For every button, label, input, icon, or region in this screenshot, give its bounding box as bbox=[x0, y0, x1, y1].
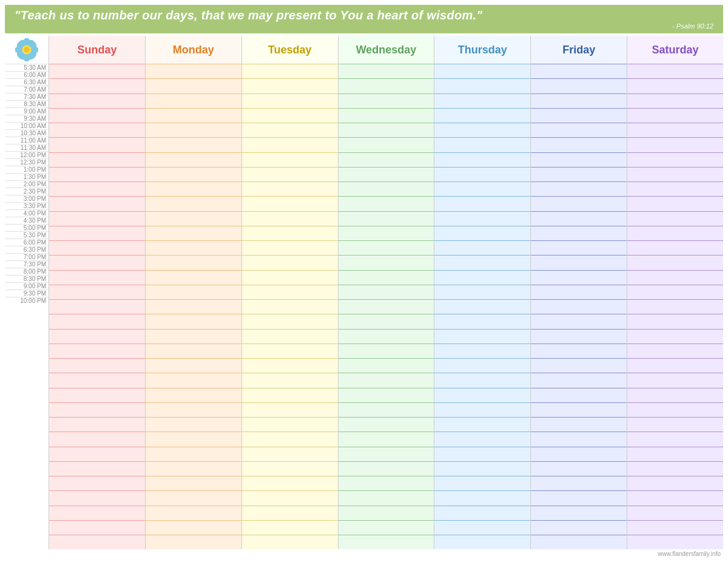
day-cell[interactable] bbox=[627, 152, 723, 167]
day-cell[interactable] bbox=[242, 270, 338, 285]
day-cell[interactable] bbox=[339, 520, 434, 535]
day-cell[interactable] bbox=[146, 64, 241, 78]
day-cell[interactable] bbox=[531, 255, 627, 269]
day-cell[interactable] bbox=[531, 344, 627, 358]
day-cell[interactable] bbox=[339, 373, 434, 387]
day-cell[interactable] bbox=[339, 344, 434, 358]
day-cell[interactable] bbox=[434, 270, 530, 285]
day-cell[interactable] bbox=[242, 506, 338, 520]
day-cell[interactable] bbox=[339, 270, 434, 285]
day-cell[interactable] bbox=[242, 329, 338, 344]
day-cell[interactable] bbox=[49, 270, 145, 285]
day-cell[interactable] bbox=[339, 137, 434, 152]
day-cell[interactable] bbox=[627, 447, 723, 461]
day-cell[interactable] bbox=[627, 373, 723, 387]
day-cell[interactable] bbox=[49, 314, 145, 328]
day-cell[interactable] bbox=[49, 226, 145, 240]
day-cell[interactable] bbox=[49, 344, 145, 358]
day-col-tuesday[interactable] bbox=[241, 64, 338, 549]
day-cell[interactable] bbox=[49, 181, 145, 196]
day-cell[interactable] bbox=[146, 358, 241, 373]
day-cell[interactable] bbox=[627, 108, 723, 123]
day-cell[interactable] bbox=[242, 240, 338, 255]
day-cell[interactable] bbox=[146, 344, 241, 358]
day-cell[interactable] bbox=[627, 388, 723, 402]
day-cell[interactable] bbox=[627, 329, 723, 344]
day-cell[interactable] bbox=[339, 64, 434, 78]
day-cell[interactable] bbox=[146, 417, 241, 432]
day-cell[interactable] bbox=[339, 388, 434, 402]
day-cell[interactable] bbox=[49, 476, 145, 490]
day-cell[interactable] bbox=[339, 167, 434, 181]
day-cell[interactable] bbox=[49, 461, 145, 476]
day-cell[interactable] bbox=[627, 461, 723, 476]
day-cell[interactable] bbox=[339, 299, 434, 314]
day-cell[interactable] bbox=[434, 520, 530, 535]
day-cell[interactable] bbox=[627, 167, 723, 181]
day-cell[interactable] bbox=[627, 417, 723, 432]
day-cell[interactable] bbox=[531, 358, 627, 373]
day-cell[interactable] bbox=[434, 344, 530, 358]
day-cell[interactable] bbox=[627, 211, 723, 226]
day-col-friday[interactable] bbox=[530, 64, 627, 549]
day-cell[interactable] bbox=[531, 152, 627, 167]
day-cell[interactable] bbox=[627, 181, 723, 196]
day-cell[interactable] bbox=[627, 535, 723, 549]
day-cell[interactable] bbox=[339, 329, 434, 344]
day-cell[interactable] bbox=[531, 373, 627, 387]
day-cell[interactable] bbox=[242, 152, 338, 167]
day-col-thursday[interactable] bbox=[434, 64, 530, 549]
day-cell[interactable] bbox=[339, 152, 434, 167]
day-cell[interactable] bbox=[627, 285, 723, 299]
day-cell[interactable] bbox=[531, 417, 627, 432]
day-cell[interactable] bbox=[49, 506, 145, 520]
day-cell[interactable] bbox=[242, 447, 338, 461]
day-cell[interactable] bbox=[146, 461, 241, 476]
day-cell[interactable] bbox=[627, 64, 723, 78]
day-cell[interactable] bbox=[242, 402, 338, 417]
day-cell[interactable] bbox=[434, 78, 530, 93]
day-cell[interactable] bbox=[339, 108, 434, 123]
day-cell[interactable] bbox=[242, 535, 338, 549]
day-cell[interactable] bbox=[531, 506, 627, 520]
day-cell[interactable] bbox=[627, 490, 723, 505]
day-cell[interactable] bbox=[531, 181, 627, 196]
day-cell[interactable] bbox=[49, 255, 145, 269]
day-cell[interactable] bbox=[242, 432, 338, 446]
day-cell[interactable] bbox=[434, 329, 530, 344]
day-cell[interactable] bbox=[146, 373, 241, 387]
day-cell[interactable] bbox=[531, 461, 627, 476]
day-cell[interactable] bbox=[531, 123, 627, 137]
day-cell[interactable] bbox=[242, 167, 338, 181]
day-cell[interactable] bbox=[434, 93, 530, 108]
day-cell[interactable] bbox=[434, 64, 530, 78]
day-cell[interactable] bbox=[531, 402, 627, 417]
day-cell[interactable] bbox=[627, 358, 723, 373]
day-cell[interactable] bbox=[146, 520, 241, 535]
day-cell[interactable] bbox=[434, 108, 530, 123]
day-cell[interactable] bbox=[434, 447, 530, 461]
day-cell[interactable] bbox=[434, 358, 530, 373]
day-cell[interactable] bbox=[627, 520, 723, 535]
day-cell[interactable] bbox=[627, 476, 723, 490]
day-cell[interactable] bbox=[242, 78, 338, 93]
day-cell[interactable] bbox=[49, 196, 145, 211]
day-cell[interactable] bbox=[531, 285, 627, 299]
day-cell[interactable] bbox=[531, 64, 627, 78]
day-cell[interactable] bbox=[242, 211, 338, 226]
day-cell[interactable] bbox=[146, 123, 241, 137]
day-cell[interactable] bbox=[434, 240, 530, 255]
day-cell[interactable] bbox=[242, 476, 338, 490]
day-cell[interactable] bbox=[146, 476, 241, 490]
day-cell[interactable] bbox=[531, 78, 627, 93]
day-cell[interactable] bbox=[339, 93, 434, 108]
day-cell[interactable] bbox=[242, 255, 338, 269]
day-cell[interactable] bbox=[531, 520, 627, 535]
day-cell[interactable] bbox=[242, 344, 338, 358]
day-cell[interactable] bbox=[242, 299, 338, 314]
day-cell[interactable] bbox=[49, 388, 145, 402]
day-cell[interactable] bbox=[339, 417, 434, 432]
day-cell[interactable] bbox=[627, 123, 723, 137]
day-cell[interactable] bbox=[627, 402, 723, 417]
day-cell[interactable] bbox=[531, 93, 627, 108]
